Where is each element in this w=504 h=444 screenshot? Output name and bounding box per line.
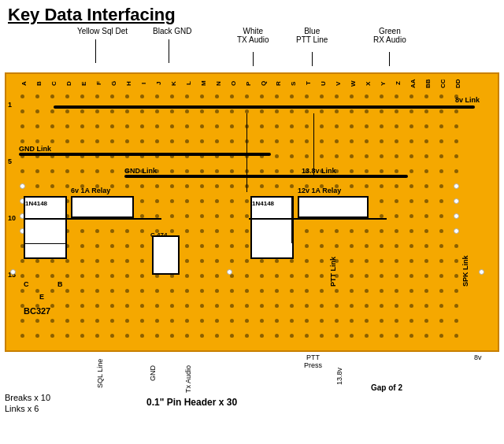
- label-6v-relay: 6v 1A Relay: [71, 187, 110, 194]
- row-5-label: 5: [8, 157, 12, 165]
- breadboard: A B C D E F G H I J K L M N O P Q R S T …: [5, 72, 499, 352]
- wire-gnd-link-top: [19, 153, 271, 156]
- bottom-label-tx-audio: Tx Audio: [184, 353, 192, 393]
- footer-links: Links x 6: [5, 404, 39, 413]
- row-10-label: 10: [8, 214, 16, 222]
- column-letters-row: A B C D E F G H I J K L M N O P Q R S T …: [20, 76, 493, 91]
- footer-pin-header: 0.1" Pin Header x 30: [146, 397, 237, 408]
- comp-bc327-c-label: C: [24, 280, 29, 288]
- comp-bc327-main-label: BC327: [24, 306, 50, 316]
- label-yellow-sql-det: Yellow Sql Det: [77, 27, 128, 35]
- footer-breaks: Breaks x 10: [5, 393, 50, 402]
- comp-relay-right-box: [298, 196, 369, 218]
- page-title: Key Data Interfacing: [0, 0, 504, 27]
- footer-gap: Gap of 2: [371, 383, 402, 392]
- bottom-label-8v: 8v: [474, 353, 482, 361]
- comp-relay-left-box: [71, 196, 134, 218]
- bottom-labels-area: SQL Line GND Tx Audio PTTPress 13.8v 8v …: [5, 353, 499, 420]
- comp-bc327-e-label: E: [39, 293, 44, 301]
- label-black-gnd: Black GND: [153, 27, 191, 35]
- label-blue-ptt-line: BluePTT Line: [296, 27, 328, 44]
- bottom-label-138v: 13.8v: [335, 353, 343, 385]
- row-1-label: 1: [8, 101, 12, 109]
- label-8v-link: 8v Link: [455, 96, 480, 104]
- comp-1n4148-left-label: 1N4148: [25, 200, 47, 207]
- label-gnd-link-top: GND Link: [19, 145, 51, 153]
- bottom-label-gnd: GND: [149, 353, 157, 381]
- label-12v-relay: 12v 1A Relay: [298, 187, 341, 194]
- label-green-rx-audio: GreenRX Audio: [373, 27, 406, 44]
- label-ptt-link: PTT Link: [329, 231, 337, 287]
- label-gnd-link-2: GND Link: [124, 167, 157, 175]
- wire-gnd-link-2: [124, 175, 306, 178]
- breadboard-section: Yellow Sql Det Black GND WhiteTX Audio B…: [5, 27, 499, 420]
- comp-bc327-b-label: B: [57, 280, 63, 288]
- comp-1n4148-right-label: 1N4148: [252, 200, 274, 207]
- bottom-label-sql: SQL Line: [96, 353, 104, 393]
- label-13v-link: 13.8v Link: [302, 167, 336, 175]
- bottom-label-ptt-press: PTTPress: [304, 353, 322, 369]
- wire-8v-link: [54, 105, 475, 109]
- wire-13v-link: [298, 175, 408, 178]
- label-white-tx-audio: WhiteTX Audio: [237, 27, 269, 44]
- top-labels-area: Yellow Sql Det Black GND WhiteTX Audio B…: [5, 27, 499, 72]
- comp-c474-label: C 474: [150, 231, 167, 239]
- comp-c474-box: [152, 235, 180, 275]
- label-spk-link: SPK Link: [461, 231, 469, 287]
